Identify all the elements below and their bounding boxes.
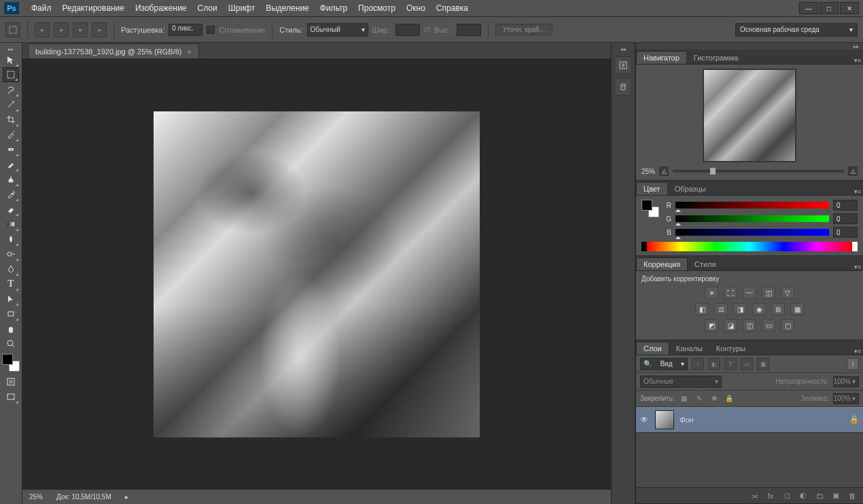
menu-layers[interactable]: Слои [192, 3, 223, 13]
tab-adjustments[interactable]: Коррекция [636, 257, 688, 270]
selective-color-icon[interactable]: ▢ [781, 319, 794, 331]
tab-swatches[interactable]: Образцы [668, 183, 713, 195]
zoom-tool[interactable] [3, 336, 19, 351]
navigator-zoom-value[interactable]: 25% [641, 168, 655, 175]
status-chevron-icon[interactable]: ▸ [125, 493, 128, 501]
quick-mask-toggle[interactable] [3, 374, 19, 389]
filter-smart-icon[interactable]: ▣ [757, 358, 769, 370]
menu-image[interactable]: Изображение [130, 3, 192, 13]
color-panel-swatches[interactable] [641, 200, 659, 217]
navigator-zoom-slider[interactable] [673, 170, 844, 173]
path-selection-tool[interactable] [3, 291, 19, 306]
black-white-icon[interactable]: ◨ [733, 303, 747, 315]
b-slider[interactable] [675, 229, 829, 236]
adjustments-panel-menu-icon[interactable]: ▾≡ [852, 264, 863, 270]
marquee-tool[interactable] [3, 67, 19, 82]
delete-layer-icon[interactable]: 🗑 [847, 490, 858, 501]
refine-edge-button[interactable]: Уточн. край... [495, 24, 552, 35]
crop-tool[interactable] [3, 112, 19, 127]
r-value[interactable]: 0 [833, 200, 858, 211]
layer-visibility-icon[interactable]: 👁 [640, 415, 650, 425]
threshold-icon[interactable]: ◫ [743, 319, 756, 331]
filter-toggle[interactable]: ⏽ [847, 358, 859, 370]
menu-type[interactable]: Шрифт [223, 3, 260, 13]
add-selection-icon[interactable]: ▫ [54, 22, 69, 37]
color-lookup-icon[interactable]: ▦ [790, 303, 804, 315]
dodge-tool[interactable] [3, 247, 19, 262]
fg-color-swatch[interactable] [641, 200, 652, 211]
curves-icon[interactable]: 〰 [743, 287, 756, 299]
style-select[interactable]: Обычный▾ [307, 23, 368, 37]
foreground-color-swatch[interactable] [2, 354, 13, 365]
type-tool[interactable]: T [3, 276, 19, 291]
photo-filter-icon[interactable]: ◉ [752, 303, 766, 315]
document-tab[interactable]: building-1377538_1920.jpg @ 25% (RGB/8) … [28, 43, 199, 58]
layer-filter-kind[interactable]: 🔍Вид▾ [640, 358, 688, 370]
g-slider[interactable] [675, 215, 829, 222]
filter-adjustment-icon[interactable]: ◐ [708, 358, 720, 370]
tab-layers[interactable]: Слои [636, 342, 669, 355]
tool-preset-picker[interactable] [5, 22, 20, 37]
navigator-panel-menu-icon[interactable]: ▾≡ [852, 57, 863, 64]
invert-icon[interactable]: ◩ [705, 319, 718, 331]
hand-tool[interactable] [3, 321, 19, 336]
color-spectrum[interactable] [641, 242, 858, 251]
screen-mode-toggle[interactable] [3, 389, 19, 404]
panels-collapse-icon[interactable]: ▸▸ [636, 43, 863, 50]
rectangle-tool[interactable] [3, 306, 19, 321]
tab-histogram[interactable]: Гистограмма [687, 52, 745, 64]
canvas-area[interactable] [22, 59, 611, 489]
layer-style-icon[interactable]: fx [765, 490, 776, 501]
toolbox-expand-icon[interactable]: ▸▸ [0, 46, 22, 52]
clone-stamp-tool[interactable] [3, 172, 19, 187]
new-group-icon[interactable]: 🗀 [814, 490, 825, 501]
levels-icon[interactable]: ⛶ [724, 287, 737, 299]
color-panel-menu-icon[interactable]: ▾≡ [852, 188, 863, 195]
menu-window[interactable]: Окно [401, 3, 431, 13]
new-layer-icon[interactable]: ▣ [830, 490, 841, 501]
new-fill-adjustment-icon[interactable]: ◐ [798, 490, 809, 501]
hue-saturation-icon[interactable]: ◧ [695, 303, 709, 315]
eyedropper-tool[interactable] [3, 127, 19, 142]
history-brush-tool[interactable] [3, 187, 19, 202]
subtract-selection-icon[interactable]: ▫ [73, 22, 88, 37]
gradient-tool[interactable] [3, 217, 19, 232]
channel-mixer-icon[interactable]: ⊞ [771, 303, 785, 315]
exposure-icon[interactable]: ◫ [762, 287, 775, 299]
lock-position-icon[interactable]: ✥ [709, 393, 720, 404]
workspace-select[interactable]: Основная рабочая среда▾ [735, 23, 858, 37]
vibrance-icon[interactable]: ▽ [781, 287, 794, 299]
filter-shape-icon[interactable]: ▱ [741, 358, 753, 370]
minimize-button[interactable]: — [799, 2, 818, 14]
layer-name[interactable]: Фон [680, 416, 844, 424]
menu-help[interactable]: Справка [431, 3, 474, 13]
lock-transparency-icon[interactable]: ▦ [679, 393, 690, 404]
g-value[interactable]: 0 [833, 213, 858, 224]
tab-paths[interactable]: Контуры [709, 342, 752, 355]
brightness-contrast-icon[interactable]: ☀ [705, 287, 718, 299]
move-tool[interactable] [3, 52, 19, 67]
filter-type-icon[interactable]: T [724, 358, 737, 370]
gradient-map-icon[interactable]: ▭ [762, 319, 775, 331]
posterize-icon[interactable]: ◪ [724, 319, 737, 331]
status-zoom[interactable]: 25% [29, 493, 43, 501]
feather-input[interactable]: 0 пикс. [169, 24, 202, 36]
b-value[interactable]: 0 [833, 227, 858, 238]
history-panel-icon[interactable] [614, 56, 632, 74]
link-layers-icon[interactable]: ⫘ [749, 490, 760, 501]
close-tab-icon[interactable]: × [187, 48, 191, 56]
layer-mask-icon[interactable]: ◻ [781, 490, 792, 501]
menu-edit[interactable]: Редактирование [57, 3, 130, 13]
lasso-tool[interactable] [3, 82, 19, 97]
healing-brush-tool[interactable] [3, 142, 19, 157]
pen-tool[interactable] [3, 262, 19, 276]
zoom-in-icon[interactable]: △ [848, 166, 858, 176]
r-slider[interactable] [675, 202, 829, 209]
tab-navigator[interactable]: Навигатор [636, 51, 687, 64]
dock-expand-icon[interactable]: ◂◂ [612, 46, 635, 52]
brush-tool[interactable] [3, 157, 19, 172]
tab-styles[interactable]: Стили [688, 258, 723, 270]
menu-filter[interactable]: Фильтр [315, 3, 353, 13]
close-button[interactable]: ✕ [840, 2, 859, 14]
filter-pixel-icon[interactable]: ▫ [692, 358, 704, 370]
